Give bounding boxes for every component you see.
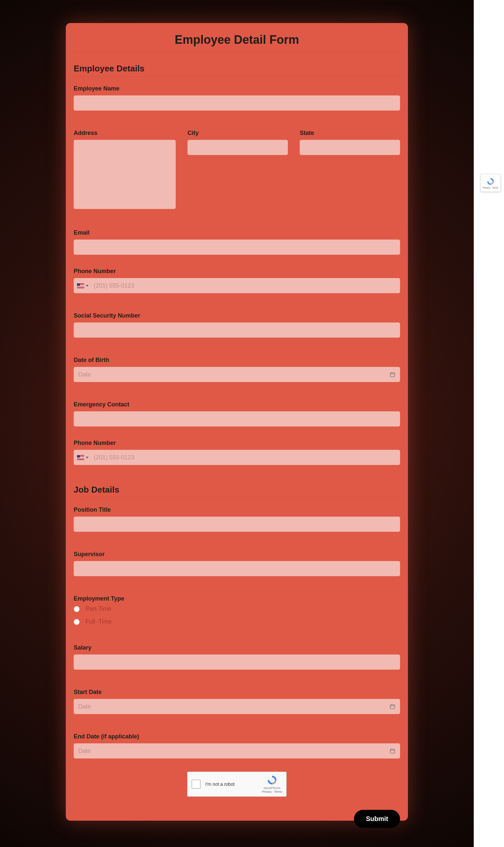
- full-time-option-label[interactable]: Full -Time: [86, 618, 111, 625]
- part-time-radio[interactable]: [74, 606, 79, 612]
- recaptcha-logo-icon: [486, 177, 496, 186]
- emergency-contact-label: Emergency Contact: [74, 401, 400, 408]
- address-label: Address: [74, 130, 176, 137]
- recaptcha[interactable]: I'm not a robot reCAPTCHA Privacy - Term…: [187, 772, 287, 797]
- employee-name-input[interactable]: [74, 95, 400, 111]
- chevron-down-icon: [86, 457, 89, 458]
- section-employee-details: Employee Details: [74, 64, 400, 77]
- chevron-down-icon: [86, 285, 89, 287]
- svg-rect-0: [390, 373, 395, 377]
- salary-label: Salary: [74, 644, 400, 651]
- ssn-input[interactable]: [74, 323, 400, 338]
- end-date-input[interactable]: [78, 743, 390, 758]
- emergency-contact-input[interactable]: [74, 411, 400, 427]
- phone-input[interactable]: [92, 278, 400, 293]
- recaptcha-label: I'm not a robot: [205, 781, 235, 787]
- part-time-option-label[interactable]: Part-Time: [86, 606, 111, 612]
- recaptcha-checkbox[interactable]: [192, 779, 201, 789]
- supervisor-label: Supervisor: [74, 551, 400, 558]
- calendar-icon[interactable]: [390, 704, 395, 709]
- dob-label: Date of Birth: [74, 357, 400, 364]
- full-time-radio[interactable]: [74, 619, 79, 625]
- email-input[interactable]: [74, 239, 400, 255]
- city-label: City: [187, 130, 288, 137]
- recaptcha-terms[interactable]: Privacy - Terms: [262, 790, 282, 794]
- recaptcha-side-badge[interactable]: Privacy - Terms: [480, 174, 501, 192]
- supervisor-input[interactable]: [74, 561, 400, 576]
- section-job-details: Job Details: [74, 485, 400, 498]
- dob-input[interactable]: [78, 367, 390, 382]
- submit-button[interactable]: Submit: [354, 810, 400, 828]
- us-flag-icon: [77, 455, 84, 460]
- phone-country-select[interactable]: [74, 283, 92, 288]
- phone-label: Phone Number: [74, 268, 400, 275]
- state-label: State: [300, 130, 400, 137]
- calendar-icon[interactable]: [390, 748, 395, 754]
- end-date-label: End Date (if applicable): [74, 733, 400, 740]
- phone2-country-select[interactable]: [74, 455, 92, 460]
- us-flag-icon: [77, 283, 84, 288]
- city-input[interactable]: [187, 140, 288, 155]
- form-card: Employee Detail Form Employee Details Em…: [66, 23, 408, 821]
- phone2-input[interactable]: [92, 450, 400, 465]
- start-date-label: Start Date: [74, 689, 400, 696]
- state-input[interactable]: [300, 140, 400, 155]
- position-title-label: Position Title: [74, 506, 400, 513]
- start-date-input[interactable]: [78, 699, 390, 714]
- employee-name-label: Employee Name: [74, 85, 400, 92]
- position-title-input[interactable]: [74, 517, 400, 532]
- phone2-label: Phone Number: [74, 439, 400, 447]
- recaptcha-logo-icon: [266, 775, 278, 786]
- ssn-label: Social Security Number: [74, 312, 400, 319]
- address-input[interactable]: [74, 140, 176, 209]
- employment-type-label: Employment Type: [74, 595, 400, 602]
- page-title: Employee Detail Form: [74, 33, 400, 52]
- svg-rect-4: [390, 705, 395, 709]
- svg-rect-8: [390, 749, 395, 753]
- email-label: Email: [74, 229, 400, 236]
- recaptcha-brand: reCAPTCHA: [262, 787, 282, 790]
- salary-input[interactable]: [74, 654, 400, 670]
- side-badge-terms[interactable]: Privacy - Terms: [483, 186, 499, 189]
- calendar-icon[interactable]: [390, 372, 395, 377]
